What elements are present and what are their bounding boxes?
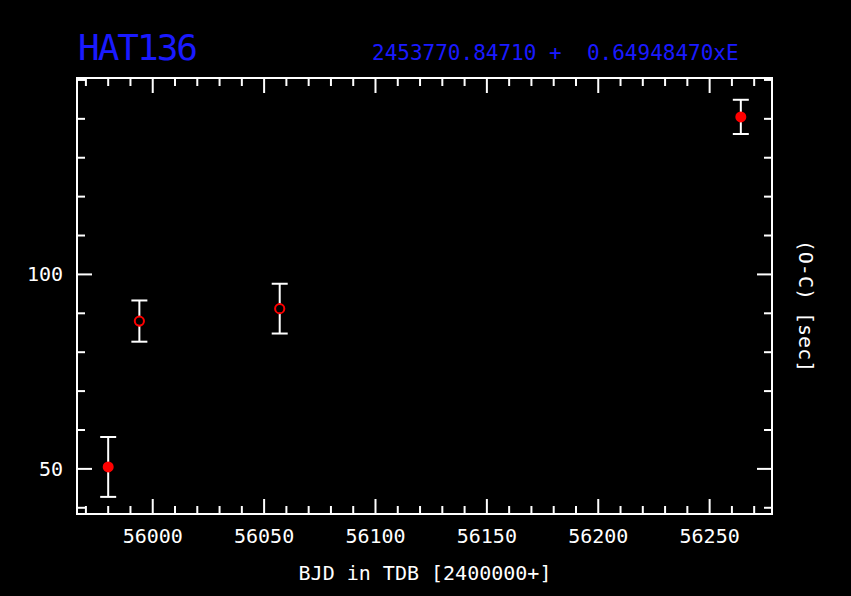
plot-border [77,78,772,514]
data-point-open [275,304,284,313]
x-tick-label: 56000 [123,524,183,548]
oc-diagram-window: 56000560505610056150562005625050100 HAT1… [0,0,851,596]
ephemeris-label: 2453770.84710 + 0.64948470xE [372,41,739,65]
plot-area: 56000560505610056150562005625050100 [0,0,851,596]
y-tick-label: 50 [39,457,63,481]
chart-title: HAT136 [78,27,196,68]
data-point-open [135,316,144,325]
x-axis-title: BJD in TDB [2400000+] [299,561,552,585]
y-axis-title-right: (O-C) [sec] [794,240,818,372]
x-tick-label: 56050 [234,524,294,548]
data-point-filled [103,461,114,472]
data-point-filled [735,111,746,122]
x-tick-label: 56100 [345,524,405,548]
x-tick-label: 56200 [568,524,628,548]
x-tick-label: 56250 [680,524,740,548]
x-tick-label: 56150 [457,524,517,548]
y-tick-label: 100 [27,262,63,286]
